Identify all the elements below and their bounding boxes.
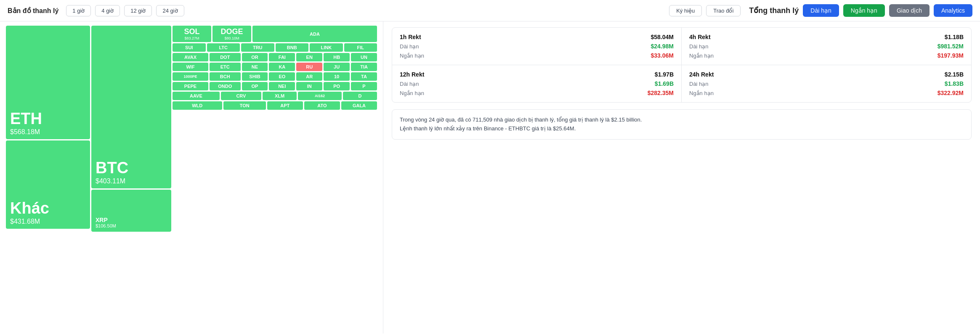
24h-ngan-han-value: $322.92M xyxy=(938,90,964,96)
treemap-po-cell[interactable]: PO xyxy=(324,82,350,90)
treemap-op-cell[interactable]: OP xyxy=(242,82,268,90)
info-line1: Trong vòng 24 giờ qua, đã có 711,509 nhà… xyxy=(400,116,964,124)
treemap-row-6: PEPE ONDO OP NEI IN PO P xyxy=(173,82,377,90)
treemap-ar-cell[interactable]: AR xyxy=(296,72,322,81)
time-24h-button[interactable]: 24 giờ xyxy=(156,5,184,16)
treemap-1000pe-cell[interactable]: 1000PE xyxy=(173,72,208,81)
treemap-wld-cell[interactable]: WLD xyxy=(173,101,222,110)
time-4h-button[interactable]: 4 giờ xyxy=(95,5,120,16)
symbol-toggle-button[interactable]: Ký hiệu xyxy=(669,5,702,16)
treemap-right-col: SOL $83.27M DOGE $80.10M ADA SUI LTC TR xyxy=(173,26,377,232)
doge-label: DOGE xyxy=(220,27,243,36)
treemap-ru-cell[interactable]: RU xyxy=(296,63,322,71)
treemap-row-1: SOL $83.27M DOGE $80.10M ADA xyxy=(173,26,377,42)
top-bar: Bản đồ thanh lý 1 giờ 4 giờ 12 giờ 24 gi… xyxy=(0,0,980,21)
treemap-tru-cell[interactable]: TRU xyxy=(241,43,274,52)
24h-title: 24h Rekt xyxy=(689,71,714,78)
treemap-khac-cell[interactable]: Khác $431.68M xyxy=(6,140,90,229)
giao-dich-button[interactable]: Giao dịch xyxy=(889,4,930,17)
treemap-fai-cell[interactable]: FAI xyxy=(269,53,295,61)
treemap-avax-cell[interactable]: AVAX xyxy=(173,53,208,61)
treemap-10-cell[interactable]: 10 xyxy=(324,72,350,81)
treemap-doge-cell[interactable]: DOGE $80.10M xyxy=(212,26,251,42)
treemap-un-cell[interactable]: UN xyxy=(351,53,377,61)
24h-dai-han-value: $1.83B xyxy=(945,80,964,87)
treemap-apt-cell[interactable]: APT xyxy=(267,101,303,110)
treemap-nei-cell[interactable]: NEI xyxy=(269,82,295,90)
treemap-xrp-cell[interactable]: XRP $106.50M xyxy=(91,190,171,232)
treemap-row-5: 1000PE BCH SHIB EO AR 10 TA xyxy=(173,72,377,81)
btc-value: $403.11M xyxy=(96,177,125,185)
24h-dai-han-label: Dài hạn xyxy=(689,81,709,87)
treemap-d-cell[interactable]: D xyxy=(343,92,377,100)
treemap-ato-cell[interactable]: ATO xyxy=(304,101,340,110)
treemap-row-7: AAVE CRV XLM AI162 D xyxy=(173,92,377,100)
page-title: Bản đồ thanh lý xyxy=(8,7,58,15)
treemap-fil-cell[interactable]: FIL xyxy=(344,43,377,52)
doge-value: $80.10M xyxy=(224,36,239,40)
12h-dai-han-label: Dài hạn xyxy=(400,81,419,87)
treemap-ondo-cell[interactable]: ONDO xyxy=(210,82,240,90)
treemap-row-2: SUI LTC TRU BNB LINK FIL xyxy=(173,43,377,52)
main-content: ETH $568.18M Khác $431.68M BTC $403.11M … xyxy=(0,21,980,333)
treemap-ai162-cell[interactable]: AI162 xyxy=(298,92,342,100)
time-1h-button[interactable]: 1 giờ xyxy=(66,5,91,16)
time-12h-button[interactable]: 12 giờ xyxy=(124,5,152,16)
treemap-pepe-cell[interactable]: PEPE xyxy=(173,82,208,90)
treemap-tia-cell[interactable]: TIA xyxy=(351,63,377,71)
4h-dai-han-value: $981.52M xyxy=(938,43,964,50)
treemap-bnb-cell[interactable]: BNB xyxy=(276,43,309,52)
eth-value: $568.18M xyxy=(10,128,40,136)
treemap-etc-cell[interactable]: ETC xyxy=(210,63,240,71)
treemap-gala-cell[interactable]: GALA xyxy=(341,101,377,110)
treemap-ne-cell[interactable]: NE xyxy=(242,63,268,71)
treemap-container: ETH $568.18M Khác $431.68M BTC $403.11M … xyxy=(0,21,383,333)
treemap-ta-cell[interactable]: TA xyxy=(351,72,377,81)
treemap-sol-cell[interactable]: SOL $83.27M xyxy=(173,26,211,42)
treemap-or-cell[interactable]: OR xyxy=(242,53,268,61)
treemap-xlm-cell[interactable]: XLM xyxy=(263,92,297,100)
4h-ngan-han-label: Ngắn hạn xyxy=(689,53,714,59)
treemap-in-cell[interactable]: IN xyxy=(296,82,322,90)
treemap-wif-cell[interactable]: WIF xyxy=(173,63,208,71)
treemap-ka-cell[interactable]: KA xyxy=(269,63,295,71)
treemap-eth-cell[interactable]: ETH $568.18M xyxy=(6,26,90,139)
treemap-ton-cell[interactable]: TON xyxy=(223,101,266,110)
ngan-han-button[interactable]: Ngắn hạn xyxy=(843,4,885,17)
1h-dai-han-value: $24.98M xyxy=(651,43,674,50)
treemap-en-cell[interactable]: EN xyxy=(296,53,322,61)
treemap-row-4: WIF ETC NE KA RU JU TIA xyxy=(173,63,377,71)
info-line2: Lệnh thanh lý lớn nhất xảy ra trên Binan… xyxy=(400,124,964,133)
treemap-aave-cell[interactable]: AAVE xyxy=(173,92,220,100)
sol-value: $83.27M xyxy=(184,36,199,40)
stats-12h-cell: 12h Rekt $1.97B Dài hạn $1.69B Ngắn hạn … xyxy=(392,65,682,102)
4h-total: $1.18B xyxy=(945,34,964,40)
treemap-sui-cell[interactable]: SUI xyxy=(173,43,206,52)
treemap-row-8: WLD TON APT ATO GALA xyxy=(173,101,377,110)
treemap-crv-cell[interactable]: CRV xyxy=(221,92,261,100)
treemap-ltc-cell[interactable]: LTC xyxy=(207,43,240,52)
khac-value: $431.68M xyxy=(10,218,40,225)
treemap-p-cell[interactable]: P xyxy=(351,82,377,90)
stats-4h-cell: 4h Rekt $1.18B Dài hạn $981.52M Ngắn hạn… xyxy=(682,28,971,65)
treemap-shib-cell[interactable]: SHIB xyxy=(242,72,268,81)
1h-ngan-han-value: $33.06M xyxy=(651,52,674,59)
12h-ngan-han-label: Ngắn hạn xyxy=(400,90,424,96)
analytics-button[interactable]: Analytics xyxy=(934,4,972,17)
treemap-hb-cell[interactable]: HB xyxy=(324,53,350,61)
dai-han-button[interactable]: Dài hạn xyxy=(803,4,839,17)
treemap-dot-cell[interactable]: DOT xyxy=(210,53,240,61)
exchange-toggle-button[interactable]: Trao đổi xyxy=(706,5,741,16)
treemap-mid-col: BTC $403.11M XRP $106.50M xyxy=(91,26,171,232)
treemap-ju-cell[interactable]: JU xyxy=(324,63,350,71)
khac-label: Khác xyxy=(10,200,49,216)
info-box: Trong vòng 24 giờ qua, đã có 711,509 nhà… xyxy=(392,109,972,140)
treemap-ada-cell[interactable]: ADA xyxy=(252,26,377,42)
1h-title: 1h Rekt xyxy=(400,34,421,40)
treemap-btc-cell[interactable]: BTC $403.11M xyxy=(91,26,171,188)
treemap-bch-cell[interactable]: BCH xyxy=(210,72,240,81)
12h-title: 12h Rekt xyxy=(400,71,424,78)
treemap-eo-cell[interactable]: EO xyxy=(269,72,295,81)
12h-total: $1.97B xyxy=(655,71,674,78)
treemap-link-cell[interactable]: LINK xyxy=(310,43,343,52)
